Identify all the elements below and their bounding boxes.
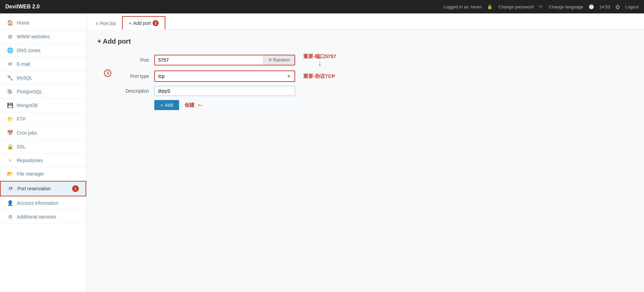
sidebar: 🏠 Home ⊞ WWW websites 🌐 DNS zones ✉ E-ma… — [0, 13, 87, 292]
tab-label: Port list — [100, 21, 116, 26]
sidebar-item-label: Home — [17, 20, 29, 26]
sidebar-item-filemanager[interactable]: 📂 File manager — [0, 167, 86, 181]
page-body: + Add port 3 Port ✕ Random — [87, 30, 644, 122]
sidebar-item-account[interactable]: 👤 Account information — [0, 196, 86, 210]
add-button-row: + Add 创建 ← — [117, 100, 633, 110]
www-icon: ⊞ — [7, 34, 13, 40]
tab-port-list[interactable]: ≡ Port list — [89, 17, 122, 30]
sidebar-item-label: MySQL — [17, 75, 33, 81]
tcp-annotation-container: 重要-协议TCP — [303, 73, 335, 80]
main-content: ≡ Port list + Add port 2 + Add port 3 Po… — [87, 13, 644, 292]
create-annotation-container: 创建 ← — [184, 101, 204, 109]
random-button[interactable]: ✕ Random — [263, 55, 294, 64]
page-title: + Add port — [97, 38, 633, 45]
sidebar-item-label: MongoDB — [17, 103, 38, 108]
description-input[interactable] — [154, 86, 295, 96]
sidebar-item-label: E-mail — [17, 61, 30, 67]
port-label: Port — [117, 57, 154, 63]
account-icon: 👤 — [7, 200, 13, 206]
mongodb-icon: 💾 — [7, 102, 13, 108]
port-badge: 1 — [72, 185, 79, 192]
port-annotation-container: 重要-端口5757 ↓ — [303, 53, 336, 66]
sidebar-item-ftp[interactable]: 📁 FTP — [0, 112, 86, 126]
sidebar-item-label: PostgreSQL — [17, 89, 42, 94]
port-annotation: 重要-端口5757 — [303, 53, 336, 59]
tabs-bar: ≡ Port list + Add port 2 — [87, 13, 644, 30]
topbar: DevilWEB 2.0 Logged in as: hiram 🔒 Chang… — [0, 0, 644, 13]
sidebar-item-cron[interactable]: 📅 Cron jobs — [0, 126, 86, 140]
tcp-annotation: 重要-协议TCP — [303, 73, 335, 79]
select-wrapper: tcp udp ▼ — [154, 70, 295, 82]
random-label: Random — [273, 57, 290, 62]
sidebar-item-postgresql[interactable]: 🐘 PostgreSQL — [0, 85, 86, 99]
random-x: ✕ — [268, 57, 272, 62]
sidebar-item-label: Repositories — [17, 158, 43, 163]
port-icon: ⟳ — [7, 186, 14, 192]
add-label: Add — [165, 102, 173, 108]
repositories-icon: ⑂ — [7, 157, 13, 163]
ssl-icon: 🔒 — [7, 144, 13, 150]
create-annotation: 创建 — [184, 102, 195, 108]
port-type-label: Port type — [117, 74, 154, 79]
sidebar-item-label: Port reservation — [17, 186, 51, 191]
tab-label: Add port — [133, 20, 151, 26]
app-title: DevilWEB 2.0 — [5, 4, 40, 10]
sidebar-item-label: SSL — [17, 144, 25, 149]
sidebar-item-label: Additional services — [17, 214, 56, 220]
port-type-row: Port type tcp udp ▼ 重要-协议TCP — [117, 70, 633, 82]
home-icon: 🏠 — [7, 20, 13, 26]
change-language-link[interactable]: Change language — [549, 4, 583, 9]
logged-in-text: Logged in as: hiram — [443, 4, 482, 9]
additional-icon: ⚙ — [7, 214, 13, 220]
sidebar-item-repositories[interactable]: ⑂ Repositories — [0, 154, 86, 167]
dns-icon: 🌐 — [7, 47, 13, 53]
sidebar-item-www[interactable]: ⊞ WWW websites — [0, 30, 86, 44]
clock-icon: 🕐 — [589, 4, 594, 9]
sidebar-item-mysql[interactable]: 🔧 MySQL — [0, 71, 86, 85]
form-container: 3 Port ✕ Random 重要-端口5757 ↓ — [117, 53, 633, 110]
description-row: Description — [117, 86, 633, 96]
tab-badge: 2 — [153, 20, 159, 26]
sidebar-item-label: Account information — [17, 200, 58, 206]
filemanager-icon: 📂 — [7, 171, 13, 177]
sidebar-item-dns[interactable]: 🌐 DNS zones — [0, 44, 86, 57]
sidebar-item-label: WWW websites — [17, 34, 50, 39]
sidebar-item-label: File manager — [17, 171, 44, 177]
plus-icon: + — [160, 102, 163, 108]
layout: 🏠 Home ⊞ WWW websites 🌐 DNS zones ✉ E-ma… — [0, 13, 644, 292]
sidebar-item-label: DNS zones — [17, 48, 41, 53]
sidebar-item-port-reservation[interactable]: ⟳ Port reservation 1 — [0, 181, 86, 196]
tab-add-port[interactable]: + Add port 2 — [122, 16, 165, 30]
port-row: Port ✕ Random 重要-端口5757 ↓ — [117, 53, 633, 66]
lock-icon: 🔒 — [487, 4, 492, 9]
port-type-select[interactable]: tcp udp — [155, 71, 294, 81]
sidebar-item-email[interactable]: ✉ E-mail — [0, 57, 86, 71]
sidebar-item-ssl[interactable]: 🔒 SSL — [0, 140, 86, 154]
power-icon: ⏻ — [615, 4, 620, 9]
list-icon: ≡ — [96, 21, 98, 26]
port-input[interactable] — [155, 55, 263, 65]
add-tab-icon: + — [129, 20, 131, 26]
sidebar-item-mongodb[interactable]: 💾 MongoDB — [0, 99, 86, 112]
mysql-icon: 🔧 — [7, 75, 13, 81]
ftp-icon: 📁 — [7, 116, 13, 122]
flag-icon: 🏳 — [539, 4, 543, 9]
logout-link[interactable]: Logout — [625, 4, 639, 9]
add-button[interactable]: + Add — [154, 100, 179, 110]
sidebar-item-label: FTP — [17, 116, 25, 122]
topbar-right: Logged in as: hiram 🔒 Change password 🏳 … — [443, 4, 639, 9]
sidebar-item-home[interactable]: 🏠 Home — [0, 16, 86, 30]
sidebar-item-label: Cron jobs — [17, 130, 37, 136]
description-label: Description — [117, 88, 154, 94]
email-icon: ✉ — [7, 61, 13, 67]
time-display: 14:53 — [599, 4, 610, 9]
cron-icon: 📅 — [7, 130, 13, 136]
port-input-wrapper: ✕ Random — [154, 55, 295, 65]
postgresql-icon: 🐘 — [7, 89, 13, 95]
change-password-link[interactable]: Change password — [498, 4, 534, 9]
step3-badge: 3 — [104, 69, 111, 77]
sidebar-item-additional[interactable]: ⚙ Additional services — [0, 210, 86, 224]
